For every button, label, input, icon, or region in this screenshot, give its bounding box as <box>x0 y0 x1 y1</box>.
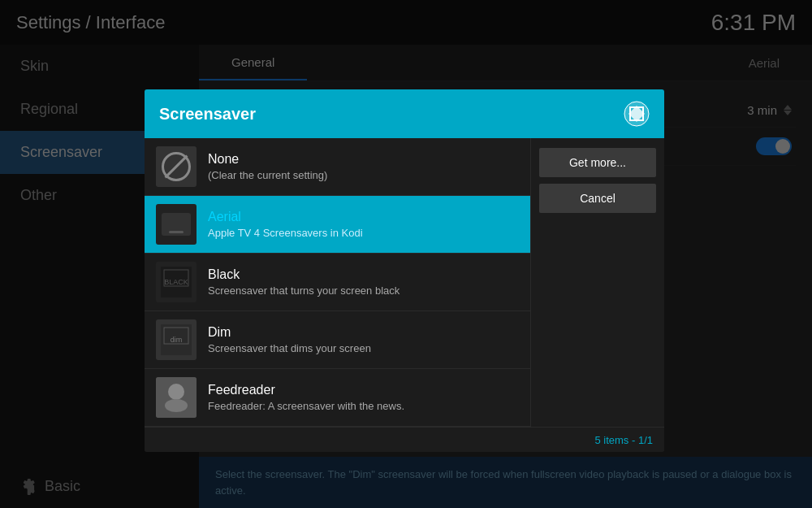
dim-desc: Screensaver that dims your screen <box>208 342 519 354</box>
feed-name: Feedreader <box>208 383 519 397</box>
kodi-logo <box>624 101 650 127</box>
cancel-button[interactable]: Cancel <box>539 184 656 213</box>
dim-thumb: dim <box>156 319 197 360</box>
none-thumb <box>156 146 197 187</box>
none-icon <box>162 152 191 181</box>
list-item-dim[interactable]: dim Dim Screensaver that dims your scree… <box>145 311 530 369</box>
svg-text:dim: dim <box>171 336 183 344</box>
black-thumb: BLACK <box>156 262 197 302</box>
black-text: Black Screensaver that turns your screen… <box>208 267 519 297</box>
svg-point-11 <box>165 399 188 412</box>
list-item-aerial[interactable]: Aerial Apple TV 4 Screensavers in Kodi <box>145 196 530 254</box>
screensaver-dialog: Screensaver None (Clear the current sett… <box>145 89 664 452</box>
none-text: None (Clear the current setting) <box>208 152 519 181</box>
list-item-feedreader[interactable]: Feedreader Feedreader: A screensaver wit… <box>145 369 530 427</box>
black-name: Black <box>208 267 519 282</box>
aerial-name: Aerial <box>208 210 519 224</box>
screensaver-list: None (Clear the current setting) Aerial … <box>145 138 530 427</box>
svg-text:BLACK: BLACK <box>164 278 188 286</box>
dialog-title: Screensaver <box>159 105 256 124</box>
feed-desc: Feedreader: A screensaver with the news. <box>208 400 519 412</box>
appletv-icon <box>162 213 191 236</box>
feed-thumb <box>156 377 197 418</box>
dim-text: Dim Screensaver that dims your screen <box>208 325 519 354</box>
aerial-desc: Apple TV 4 Screensavers in Kodi <box>208 227 519 239</box>
dialog-header: Screensaver <box>145 89 664 138</box>
dialog-right-panel: Get more... Cancel <box>530 138 664 427</box>
feed-thumb-icon <box>156 377 197 418</box>
items-count: 5 items - 1/1 <box>594 434 653 446</box>
dialog-footer: 5 items - 1/1 <box>145 427 664 452</box>
black-thumb-icon: BLACK <box>161 267 192 297</box>
feed-text: Feedreader Feedreader: A screensaver wit… <box>208 383 519 412</box>
dim-name: Dim <box>208 325 519 340</box>
none-desc: (Clear the current setting) <box>208 169 519 181</box>
dim-thumb-icon: dim <box>161 324 192 355</box>
list-item-black[interactable]: BLACK Black Screensaver that turns your … <box>145 254 530 311</box>
black-desc: Screensaver that turns your screen black <box>208 284 519 297</box>
get-more-button[interactable]: Get more... <box>539 148 656 177</box>
svg-point-10 <box>168 384 184 400</box>
aerial-text: Aerial Apple TV 4 Screensavers in Kodi <box>208 210 519 239</box>
aerial-thumb <box>156 204 197 245</box>
none-name: None <box>208 152 519 167</box>
dialog-body: None (Clear the current setting) Aerial … <box>145 138 664 427</box>
list-item-none[interactable]: None (Clear the current setting) <box>145 138 530 196</box>
